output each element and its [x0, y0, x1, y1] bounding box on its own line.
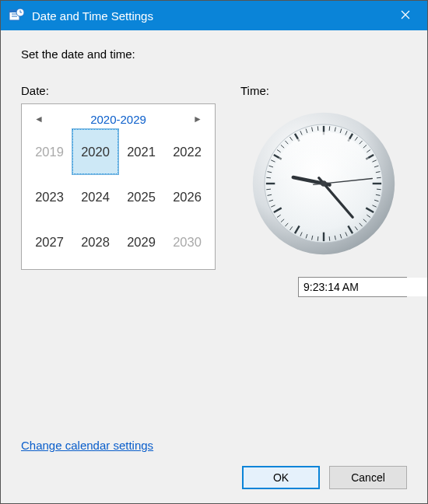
svg-line-27	[377, 189, 381, 190]
year-cell-2026[interactable]: 2026	[164, 174, 210, 219]
date-label: Date:	[21, 84, 216, 97]
svg-line-55	[266, 189, 271, 190]
decade-range-title[interactable]: 2020-2029	[90, 113, 146, 126]
year-picker: ◄ 2020-2029 ► 20192020202120222023202420…	[21, 103, 216, 270]
svg-line-57	[266, 177, 271, 178]
year-cell-2027[interactable]: 2027	[26, 219, 72, 264]
titlebar: Date and Time Settings	[1, 1, 427, 30]
close-button[interactable]	[390, 9, 421, 23]
svg-line-40	[329, 236, 330, 241]
ok-button[interactable]: OK	[242, 466, 320, 489]
instruction-text: Set the date and time:	[21, 47, 407, 61]
analog-clock	[250, 110, 398, 260]
time-input[interactable]	[299, 278, 428, 296]
app-icon	[9, 8, 24, 23]
svg-point-74	[321, 180, 327, 187]
year-cell-2022[interactable]: 2022	[164, 129, 210, 174]
year-cell-2020[interactable]: 2020	[72, 129, 118, 174]
year-cell-2019[interactable]: 2019	[26, 129, 72, 174]
year-cell-2029[interactable]: 2029	[118, 219, 164, 264]
svg-line-70	[317, 126, 318, 131]
prev-decade-button[interactable]: ◄	[30, 112, 48, 126]
year-cell-2030[interactable]: 2030	[164, 219, 210, 264]
year-cell-2021[interactable]: 2021	[118, 129, 164, 174]
svg-line-42	[317, 236, 318, 241]
year-cell-2028[interactable]: 2028	[72, 219, 118, 264]
year-cell-2024[interactable]: 2024	[72, 174, 118, 219]
next-decade-button[interactable]: ►	[188, 112, 207, 126]
time-spinner: ▲ ▼	[298, 277, 407, 297]
cancel-button[interactable]: Cancel	[329, 466, 407, 489]
svg-line-25	[377, 177, 381, 178]
time-label: Time:	[240, 84, 407, 97]
svg-line-12	[329, 126, 330, 131]
year-cell-2023[interactable]: 2023	[26, 174, 72, 219]
dialog-content: Set the date and time: Date: ◄ 2020-2029…	[1, 30, 427, 503]
change-calendar-settings-link[interactable]: Change calendar settings	[21, 423, 407, 452]
window-title: Date and Time Settings	[32, 9, 390, 23]
year-cell-2025[interactable]: 2025	[118, 174, 164, 219]
